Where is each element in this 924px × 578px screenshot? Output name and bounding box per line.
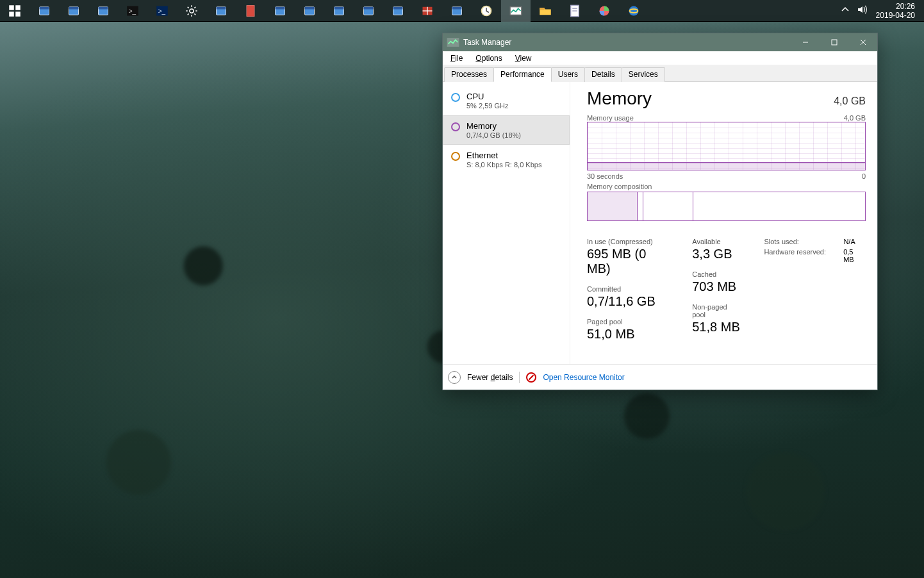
screen-icon[interactable]	[295, 0, 324, 22]
disk-icon[interactable]	[590, 0, 619, 22]
stat-label: Cached	[692, 270, 742, 278]
fewer-details-icon[interactable]	[448, 371, 461, 384]
tab-performance[interactable]: Performance	[493, 67, 552, 82]
menu-options[interactable]: Options	[470, 53, 507, 64]
taskbar-clock[interactable]: 20:26 2019-04-20	[873, 1, 918, 21]
kv-label: Hardware reserved:	[764, 248, 834, 263]
ie-icon[interactable]	[619, 0, 648, 22]
svg-rect-26	[364, 6, 374, 9]
task-manager-window: Task Manager File Options View Processes…	[442, 33, 878, 390]
stat-label: In use (Compressed)	[587, 238, 673, 245]
stat-label: Committed	[587, 285, 673, 293]
sidebar-item-ethernet[interactable]: Ethernet S: 8,0 Kbps R: 8,0 Kbps	[443, 145, 570, 174]
menu-file[interactable]: File	[445, 53, 468, 64]
detail-capacity: 4,0 GB	[834, 95, 866, 107]
explorer-blue-icon[interactable]	[88, 0, 118, 22]
axis-right: 0	[862, 172, 866, 180]
maximize-button[interactable]	[820, 33, 848, 51]
memory-usage-line	[588, 162, 865, 170]
sidebar-item-label: CPU	[466, 92, 508, 101]
performance-sidebar: CPU 5% 2,59 GHz Memory 0,7/4,0 GB (18%) …	[443, 82, 570, 364]
composition-standby	[643, 192, 693, 220]
titlebar[interactable]: Task Manager	[443, 33, 877, 51]
close-button[interactable]	[848, 33, 877, 51]
chevron-up-icon[interactable]	[840, 4, 850, 17]
separator	[519, 372, 520, 383]
server-mgr-icon[interactable]	[29, 0, 59, 22]
detail-title: Memory	[587, 88, 652, 109]
svg-rect-44	[832, 40, 837, 45]
composition-free	[693, 192, 865, 220]
svg-rect-18	[247, 5, 255, 17]
clock-icon[interactable]	[472, 0, 501, 22]
svg-rect-3	[15, 12, 21, 17]
cmd-icon[interactable]: >_	[118, 0, 147, 22]
svg-rect-28	[393, 6, 403, 9]
open-resource-monitor-link[interactable]: Open Resource Monitor	[543, 373, 624, 382]
stat-label: Available	[692, 238, 742, 245]
stat-value: 51,8 MB	[692, 320, 742, 334]
system-tray: 20:26 2019-04-20	[834, 1, 924, 21]
axis-left: 30 seconds	[587, 172, 623, 180]
svg-text:>_: >_	[129, 7, 136, 14]
stat-value: 695 MB (0 MB)	[587, 247, 673, 276]
resource-monitor-icon[interactable]	[501, 0, 531, 22]
start-icon[interactable]	[0, 0, 29, 22]
taskbar: >_>_ 20:26 2019-04-20	[0, 0, 924, 22]
stat-value: 0,7/11,6 GB	[587, 294, 673, 309]
usage-chart-max: 4,0 GB	[844, 114, 866, 122]
powershell-icon[interactable]: >_	[147, 0, 177, 22]
window-footer: Fewer details Open Resource Monitor	[443, 364, 877, 390]
sidebar-item-cpu[interactable]: CPU 5% 2,59 GHz	[443, 86, 570, 115]
kv-value: 0,5 MB	[843, 248, 866, 263]
resource-monitor-icon	[526, 372, 536, 383]
svg-rect-24	[334, 6, 344, 9]
memory-usage-chart[interactable]	[587, 122, 866, 170]
svg-rect-36	[540, 8, 545, 10]
composition-modified	[638, 192, 643, 220]
sidebar-item-label: Ethernet	[466, 151, 541, 160]
volume-icon[interactable]	[857, 4, 867, 17]
svg-text:>_: >_	[158, 7, 166, 14]
svg-rect-9	[99, 6, 108, 9]
tab-processes[interactable]: Processes	[444, 67, 494, 82]
tabstrip: Processes Performance Users Details Serv…	[443, 65, 877, 82]
stat-value: 703 MB	[692, 279, 742, 294]
detail-pane: Memory 4,0 GB Memory usage 4,0 GB 30 sec…	[570, 82, 877, 364]
svg-rect-20	[276, 6, 285, 9]
remote-icon[interactable]	[383, 0, 413, 22]
svg-rect-7	[69, 6, 79, 9]
usage-chart-label: Memory usage	[587, 114, 634, 122]
defrag-icon[interactable]	[442, 0, 472, 22]
firewall-icon[interactable]	[413, 0, 442, 22]
svg-point-14	[190, 8, 194, 12]
pdf-icon[interactable]	[236, 0, 265, 22]
tab-users[interactable]: Users	[551, 67, 585, 82]
viewer-icon[interactable]	[265, 0, 295, 22]
sidebar-item-memory[interactable]: Memory 0,7/4,0 GB (18%)	[443, 115, 570, 145]
stat-value: 51,0 MB	[587, 327, 673, 342]
settings-gear-icon[interactable]	[177, 0, 206, 22]
tab-services[interactable]: Services	[622, 67, 665, 82]
notepad-icon[interactable]	[560, 0, 590, 22]
sysconfig-icon[interactable]	[324, 0, 354, 22]
file-explorer-icon[interactable]	[531, 0, 560, 22]
cpu-icon	[451, 93, 460, 102]
sidebar-item-sub: 5% 2,59 GHz	[466, 102, 508, 110]
services-icon[interactable]	[354, 0, 383, 22]
svg-rect-2	[9, 12, 14, 17]
tab-details[interactable]: Details	[584, 67, 622, 82]
server-mgr2-icon[interactable]	[59, 0, 88, 22]
menu-view[interactable]: View	[510, 53, 537, 64]
kv-value: N/A	[843, 238, 855, 245]
clock-date: 2019-04-20	[876, 11, 915, 20]
fewer-details-button[interactable]: Fewer details	[467, 373, 513, 382]
composition-in-use	[588, 192, 638, 220]
svg-rect-16	[217, 6, 226, 9]
memory-composition-chart[interactable]	[587, 192, 866, 221]
minimize-button[interactable]	[791, 33, 820, 51]
stat-label: Paged pool	[587, 318, 673, 326]
network-icon[interactable]	[206, 0, 236, 22]
composition-label: Memory composition	[587, 183, 866, 190]
svg-point-41	[629, 6, 639, 15]
